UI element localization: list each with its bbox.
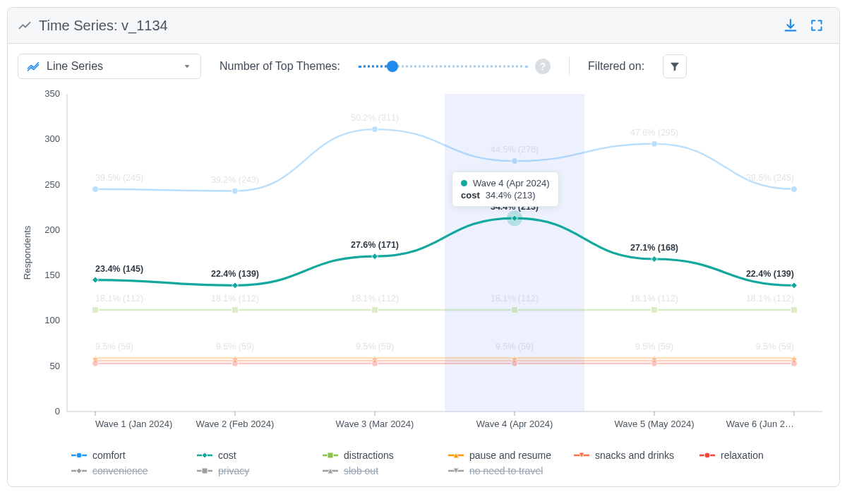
legend-item-distractions[interactable]: distractions: [323, 450, 428, 461]
svg-text:50.2% (311): 50.2% (311): [351, 113, 399, 123]
svg-text:200: 200: [44, 224, 60, 235]
expand-button[interactable]: [804, 16, 829, 35]
svg-marker-80: [791, 282, 798, 289]
svg-text:Wave 3 (Mar 2024): Wave 3 (Mar 2024): [336, 419, 414, 429]
svg-text:0: 0: [55, 406, 60, 416]
svg-text:Respondents: Respondents: [22, 225, 32, 280]
svg-text:18.1% (112): 18.1% (112): [351, 294, 399, 304]
series-type-label: Line Series: [47, 60, 103, 73]
svg-text:Wave 6 (Jun 2…: Wave 6 (Jun 2…: [726, 419, 794, 429]
svg-point-71: [512, 360, 518, 366]
legend-item-snacks-and-drinks[interactable]: snacks and drinks: [574, 450, 680, 461]
legend-swatch: [71, 451, 87, 460]
svg-point-26: [92, 186, 99, 193]
svg-point-28: [372, 126, 378, 133]
svg-text:9.5% (59): 9.5% (59): [635, 342, 673, 352]
svg-text:18.1% (112): 18.1% (112): [630, 294, 678, 304]
legend-swatch: [71, 467, 87, 475]
svg-text:47.6% (295): 47.6% (295): [630, 128, 678, 138]
top-themes-label: Number of Top Themes:: [220, 60, 340, 73]
svg-text:39.5% (245): 39.5% (245): [95, 173, 143, 183]
legend-item-slob-out[interactable]: slob out: [323, 465, 428, 476]
legend-item-no-need-to-travel[interactable]: no need to travel: [448, 465, 554, 476]
svg-marker-0: [185, 65, 190, 68]
help-icon[interactable]: ?: [535, 59, 551, 74]
legend-item-relaxation[interactable]: relaxation: [699, 450, 805, 461]
svg-text:Wave 2 (Feb 2024): Wave 2 (Feb 2024): [196, 419, 275, 429]
svg-text:18.1% (112): 18.1% (112): [211, 294, 259, 304]
filter-button[interactable]: [663, 54, 687, 78]
svg-text:39.5% (245): 39.5% (245): [746, 173, 794, 183]
svg-text:300: 300: [44, 133, 60, 144]
svg-text:18.1% (112): 18.1% (112): [491, 294, 539, 304]
svg-rect-43: [791, 307, 798, 313]
svg-text:18.1% (112): 18.1% (112): [746, 294, 794, 304]
svg-point-70: [372, 360, 378, 366]
svg-text:Wave 5 (May 2024): Wave 5 (May 2024): [615, 419, 695, 429]
svg-marker-76: [372, 253, 378, 260]
line-chart-icon: [18, 18, 32, 32]
download-button[interactable]: [777, 15, 804, 36]
legend-label: pause and resume: [469, 450, 551, 461]
svg-marker-79: [651, 256, 658, 263]
svg-text:9.5% (59): 9.5% (59): [756, 342, 794, 352]
legend-label: relaxation: [721, 450, 764, 461]
svg-point-27: [232, 188, 239, 194]
svg-rect-102: [202, 468, 208, 474]
svg-text:39.2% (243): 39.2% (243): [211, 175, 259, 185]
svg-text:9.5% (59): 9.5% (59): [495, 342, 534, 352]
svg-point-88: [76, 452, 82, 458]
legend: comfortcostdistractionspause and resumes…: [8, 445, 839, 486]
legend-label: slob out: [344, 465, 378, 476]
legend-label: snacks and drinks: [595, 450, 674, 461]
svg-point-73: [791, 360, 798, 366]
svg-rect-39: [232, 307, 239, 313]
svg-text:9.5% (59): 9.5% (59): [95, 342, 133, 352]
tooltip-category: Wave 4 (Apr 2024): [473, 178, 550, 188]
svg-marker-75: [232, 282, 239, 289]
svg-text:9.5% (59): 9.5% (59): [356, 342, 394, 352]
svg-text:18.1% (112): 18.1% (112): [95, 294, 143, 304]
chart-area: 050100150200250300350RespondentsWave 1 (…: [8, 84, 839, 445]
multi-line-icon: [27, 60, 40, 73]
svg-point-68: [92, 360, 99, 366]
top-themes-slider[interactable]: [359, 61, 528, 71]
svg-text:Wave 4 (Apr 2024): Wave 4 (Apr 2024): [476, 419, 553, 429]
svg-rect-42: [651, 307, 658, 313]
svg-point-30: [651, 140, 658, 147]
tooltip-series-name: cost: [461, 190, 480, 200]
legend-item-comfort[interactable]: comfort: [71, 450, 177, 461]
svg-text:9.5% (59): 9.5% (59): [216, 342, 254, 352]
svg-point-31: [791, 186, 798, 193]
svg-point-98: [704, 452, 710, 458]
legend-swatch: [574, 451, 589, 460]
svg-marker-1: [671, 63, 679, 71]
legend-swatch: [197, 467, 212, 475]
legend-label: no need to travel: [469, 465, 543, 476]
series-type-dropdown[interactable]: Line Series: [18, 54, 201, 79]
chevron-down-icon: [182, 61, 192, 71]
legend-swatch: [448, 467, 464, 475]
line-chart[interactable]: 050100150200250300350RespondentsWave 1 (…: [18, 87, 831, 440]
tooltip: Wave 4 (Apr 2024) cost 34.4% (213): [452, 172, 559, 207]
svg-marker-90: [202, 452, 208, 458]
legend-item-cost[interactable]: cost: [197, 450, 303, 461]
top-themes-slider-wrap: ?: [359, 59, 551, 74]
toolbar: Line Series Number of Top Themes: ? Filt…: [8, 44, 839, 84]
legend-swatch: [699, 451, 715, 460]
svg-text:350: 350: [44, 88, 60, 99]
legend-swatch: [197, 451, 212, 460]
legend-item-privacy[interactable]: privacy: [197, 465, 303, 476]
svg-text:44.5% (276): 44.5% (276): [491, 145, 539, 155]
svg-marker-74: [92, 277, 99, 283]
svg-text:22.4% (139): 22.4% (139): [211, 269, 259, 279]
legend-item-pause-and-resume[interactable]: pause and resume: [448, 450, 554, 461]
svg-text:100: 100: [44, 315, 60, 325]
svg-text:150: 150: [44, 270, 60, 280]
svg-rect-41: [512, 307, 518, 313]
legend-item-convenience[interactable]: convenience: [71, 465, 177, 476]
svg-point-29: [512, 158, 518, 164]
time-series-panel: Time Series: v_1134 Line Series Number o…: [7, 7, 840, 487]
legend-swatch: [323, 467, 338, 475]
svg-text:23.4% (145): 23.4% (145): [95, 264, 143, 274]
